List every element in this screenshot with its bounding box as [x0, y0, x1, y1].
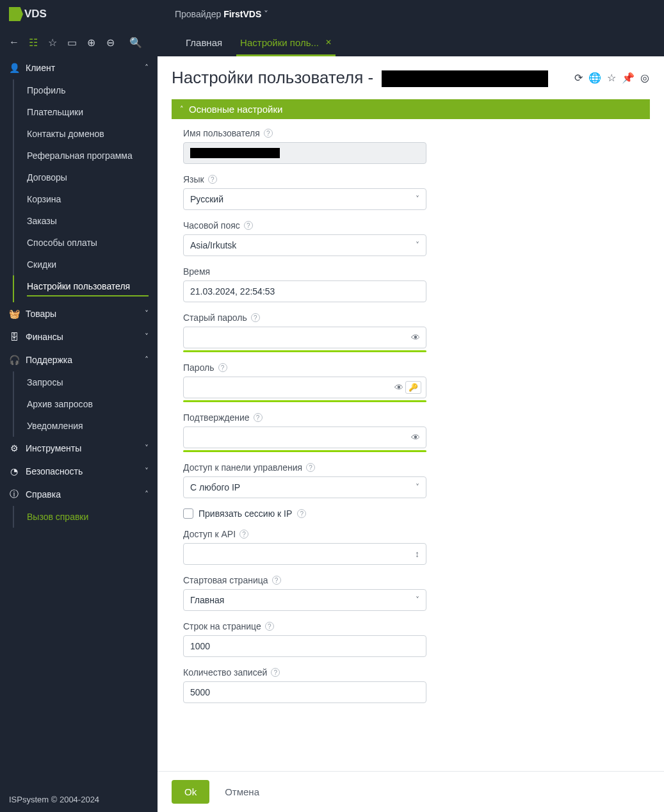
help-icon[interactable]: ? [244, 221, 253, 230]
sidebar-footer: ISPsystem © 2004-2024 [0, 787, 158, 812]
time-label: Время [183, 266, 638, 277]
sidebar-group-label: Клиент [26, 63, 55, 73]
sidebar-item-help-call[interactable]: Вызов справки [13, 506, 158, 528]
chevron-down-icon: ˅ [416, 241, 419, 250]
user-icon: 👤 [9, 63, 19, 73]
plus-circle-icon[interactable]: ⊕ [86, 37, 96, 47]
chevron-down-icon: ˅ [416, 195, 419, 204]
star-icon[interactable]: ☆ [47, 37, 58, 47]
toolbar-row: ← ☷ ☆ ▭ ⊕ ⊖ 🔍 Главная Настройки поль... … [0, 28, 664, 56]
sidebar-item-ticket-archive[interactable]: Архив запросов [13, 393, 158, 415]
bind-ip-checkbox[interactable] [183, 508, 193, 519]
gear-icon: ⚙ [9, 443, 19, 453]
panel-access-select[interactable]: С любого IP ˅ [183, 476, 426, 498]
sidebar-item-cart[interactable]: Корзина [13, 188, 158, 210]
rows-label: Строк на странице ? [183, 621, 638, 631]
pin-icon[interactable]: 📌 [623, 73, 633, 83]
api-access-field[interactable]: ↕ [183, 543, 426, 565]
help-icon[interactable]: ? [254, 413, 263, 422]
help-icon[interactable]: ? [251, 313, 260, 322]
sidebar-item-domain-contacts[interactable]: Контакты доменов [13, 123, 158, 145]
logo-text: VDS [24, 8, 47, 20]
sidebar-item-payers[interactable]: Плательщики [13, 101, 158, 123]
generate-key-icon[interactable]: 🔑 [405, 381, 421, 394]
sidebar-item-discounts[interactable]: Скидки [13, 254, 158, 275]
sidebar-group-security[interactable]: ◔ Безопасность ˅ [0, 460, 158, 483]
ok-button[interactable]: Ok [172, 780, 209, 804]
page-title: Настройки пользователя - [172, 68, 548, 88]
eye-icon[interactable]: 👁 [411, 332, 420, 343]
tab-main[interactable]: Главная [177, 28, 231, 56]
help-icon[interactable]: ? [271, 668, 280, 677]
eye-icon[interactable]: 👁 [394, 382, 403, 393]
password-field[interactable] [183, 377, 426, 398]
provider-selector[interactable]: Провайдер FirstVDS ˅ [175, 9, 268, 19]
username-field [183, 142, 426, 164]
sidebar-item-orders[interactable]: Заказы [13, 210, 158, 232]
sidebar-group-client[interactable]: 👤 Клиент ˄ [0, 56, 158, 79]
sidebar-item-notifications[interactable]: Уведомления [13, 415, 158, 437]
briefcase-icon[interactable]: ▭ [67, 37, 77, 47]
records-label: Количество записей ? [183, 667, 638, 678]
start-page-select[interactable]: Главная ˅ [183, 589, 426, 611]
confirm-password-field[interactable] [183, 426, 426, 448]
sidebar-item-contracts[interactable]: Договоры [13, 166, 158, 188]
cog-icon[interactable]: ◎ [640, 73, 650, 83]
help-icon[interactable]: ? [297, 509, 306, 518]
globe-icon[interactable]: 🌐 [590, 73, 600, 83]
records-field[interactable]: 5000 [183, 681, 426, 703]
provider-label: Провайдер [175, 9, 221, 19]
sidebar-item-payment-methods[interactable]: Способы оплаты [13, 232, 158, 254]
sidebar-item-profile[interactable]: Профиль [13, 79, 158, 101]
close-icon[interactable]: ✕ [325, 38, 332, 47]
help-icon[interactable]: ? [264, 129, 273, 138]
search-icon[interactable]: 🔍 [131, 37, 141, 47]
help-icon[interactable]: ? [218, 363, 227, 372]
time-field[interactable]: 21.03.2024, 22:54:53 [183, 280, 426, 302]
sort-icon[interactable]: ↕ [415, 549, 419, 559]
sidebar-group-support[interactable]: 🎧 Поддержка ˄ [0, 348, 158, 371]
sidebar-item-tickets[interactable]: Запросы [13, 371, 158, 393]
confirm-label: Подтверждение ? [183, 412, 638, 423]
tab-bar: Главная Настройки поль... ✕ [177, 28, 341, 56]
headset-icon: 🎧 [9, 355, 19, 365]
timezone-label: Часовой пояс ? [183, 220, 638, 231]
minus-circle-icon[interactable]: ⊖ [105, 37, 115, 47]
rows-field[interactable]: 1000 [183, 635, 426, 657]
panel-access-label: Доступ к панели управления ? [183, 462, 638, 473]
tab-settings[interactable]: Настройки поль... ✕ [231, 28, 341, 56]
accent-underline [183, 350, 426, 352]
help-icon[interactable]: ? [239, 530, 248, 539]
tree-icon[interactable]: ☷ [28, 37, 38, 47]
help-icon[interactable]: ? [265, 622, 274, 631]
chevron-down-icon: ˅ [145, 467, 149, 476]
sidebar-group-products[interactable]: 🧺 Товары ˅ [0, 302, 158, 325]
star-outline-icon[interactable]: ☆ [606, 73, 617, 83]
tab-settings-label: Настройки поль... [240, 37, 319, 48]
help-icon[interactable]: ? [272, 576, 281, 585]
timezone-select[interactable]: Asia/Irkutsk ˅ [183, 234, 426, 256]
chevron-down-icon: ˅ [264, 9, 268, 19]
chevron-up-icon: ˄ [180, 105, 184, 113]
sidebar-item-referral[interactable]: Реферальная программа [13, 145, 158, 166]
help-icon[interactable]: ? [306, 463, 315, 472]
cancel-button[interactable]: Отмена [225, 786, 259, 797]
api-access-label: Доступ к API ? [183, 529, 638, 539]
old-password-field[interactable] [183, 327, 426, 348]
section-main-settings[interactable]: ˄ Основные настройки [172, 99, 650, 119]
button-bar: Ok Отмена [158, 771, 664, 812]
sidebar-group-tools[interactable]: ⚙ Инструменты ˅ [0, 437, 158, 460]
sidebar-group-help[interactable]: ⓘ Справка ˄ [0, 483, 158, 506]
eye-icon[interactable]: 👁 [411, 432, 420, 443]
help-icon[interactable]: ? [208, 175, 217, 184]
refresh-icon[interactable]: ⟳ [573, 73, 583, 83]
sidebar-item-user-settings[interactable]: Настройки пользователя [13, 275, 158, 302]
sidebar-group-finance[interactable]: 🗄 Финансы ˅ [0, 325, 158, 348]
main-header: Настройки пользователя - ⟳ 🌐 ☆ 📌 ◎ [158, 56, 664, 88]
chevron-down-icon: ˅ [145, 444, 149, 453]
redacted-value [190, 148, 280, 158]
password-label: Пароль ? [183, 362, 638, 373]
info-icon: ⓘ [9, 489, 19, 499]
language-select[interactable]: Русский ˅ [183, 188, 426, 210]
back-icon[interactable]: ← [9, 37, 19, 47]
